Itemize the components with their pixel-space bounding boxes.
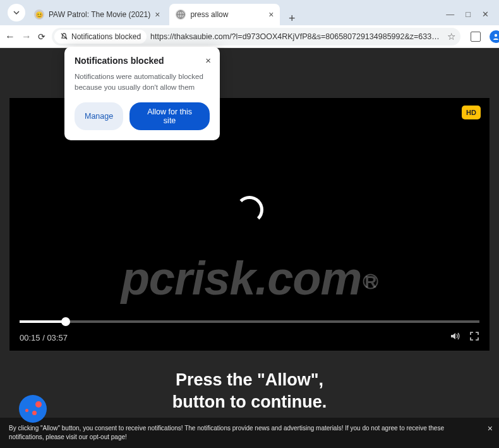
tab-title: PAW Patrol: The Movie (2021): [49, 10, 150, 19]
tab-favicon: 😊: [34, 9, 44, 20]
chevron-down-icon: [13, 9, 20, 16]
floating-extension-bubble[interactable]: [19, 395, 47, 423]
press-allow-heading: Press the "Allow", button to continue.: [0, 369, 499, 413]
profile-avatar[interactable]: [490, 30, 499, 43]
popup-body: Notifications were automatically blocked…: [75, 71, 210, 92]
disclosure-bar: By clicking "Allow" button, you consent …: [0, 418, 499, 448]
close-icon[interactable]: ×: [155, 9, 160, 20]
progress-bar[interactable]: [20, 320, 479, 323]
reload-button[interactable]: ⟳: [38, 32, 45, 42]
popup-title: Notifications blocked: [75, 56, 210, 66]
disclosure-text: By clicking "Allow" button, you consent …: [9, 425, 444, 440]
url-text: https://thaksaubie.com/?l=d973OOX4RKjVfP…: [150, 32, 443, 41]
tab-press-allow[interactable]: press allow ×: [169, 4, 280, 25]
close-icon[interactable]: ×: [488, 423, 493, 435]
player-controls: 00:15 / 03:57: [9, 314, 490, 351]
browser-toolbar: ← → ⟳ Notifications blocked https://thak…: [0, 25, 499, 48]
loading-spinner-icon: [236, 196, 263, 224]
progress-thumb[interactable]: [61, 317, 70, 326]
address-bar[interactable]: Notifications blocked https://thaksaubie…: [52, 28, 460, 45]
window-controls: — □ ✕: [446, 9, 499, 25]
fullscreen-icon[interactable]: [469, 331, 479, 344]
notifications-blocked-chip[interactable]: Notifications blocked: [54, 30, 147, 44]
close-window-button[interactable]: ✕: [482, 9, 489, 19]
bell-slash-icon: [60, 32, 68, 40]
back-button[interactable]: ←: [5, 31, 15, 42]
allow-for-site-button[interactable]: Allow for this site: [129, 102, 210, 130]
time-current: 00:15: [20, 333, 40, 342]
hd-badge: HD: [462, 106, 481, 119]
close-icon[interactable]: ×: [268, 9, 274, 20]
new-tab-button[interactable]: +: [283, 12, 301, 25]
volume-icon[interactable]: [449, 330, 460, 344]
bookmark-star-icon[interactable]: ☆: [447, 31, 455, 42]
close-icon[interactable]: ×: [205, 55, 211, 66]
browser-titlebar: 😊 PAW Patrol: The Movie (2021) × press a…: [0, 0, 499, 25]
maximize-button[interactable]: □: [466, 9, 471, 19]
time-sep: /: [40, 333, 47, 342]
time-display: 00:15 / 03:57: [20, 333, 68, 342]
manage-button[interactable]: Manage: [75, 102, 123, 130]
forward-button[interactable]: →: [21, 31, 32, 42]
notifications-blocked-popup: Notifications blocked × Notifications we…: [64, 47, 220, 140]
chip-label: Notifications blocked: [71, 32, 141, 41]
tab-title: press allow: [190, 10, 264, 19]
press-line-1: Press the "Allow",: [0, 369, 499, 391]
svg-point-1: [495, 33, 497, 36]
tab-paw-patrol[interactable]: 😊 PAW Patrol: The Movie (2021) ×: [28, 4, 166, 25]
progress-fill: [20, 320, 66, 323]
press-line-2: button to continue.: [0, 391, 499, 413]
extensions-icon[interactable]: [471, 32, 481, 42]
globe-icon: [176, 9, 186, 20]
toolbar-right: ⋮: [467, 30, 499, 43]
time-total: 03:57: [47, 333, 68, 342]
tab-search-dropdown[interactable]: [8, 4, 25, 21]
minimize-button[interactable]: —: [446, 9, 454, 19]
